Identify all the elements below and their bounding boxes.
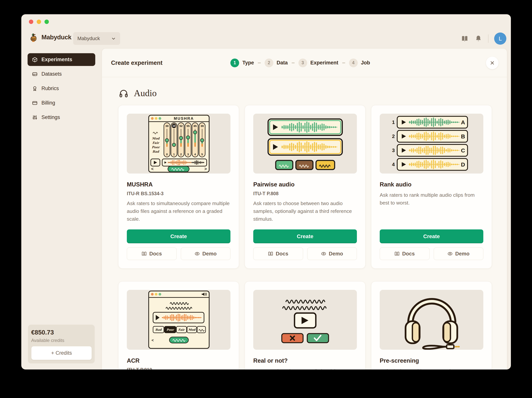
step-divider [258, 63, 261, 63]
section-title: Audio [134, 88, 157, 98]
card-description: Ask raters to rank multiple audio clips … [380, 191, 483, 207]
pre-screening-illustration [380, 290, 483, 350]
step-label: Job [361, 60, 370, 66]
card-pairwise-audio: Pairwise audio ITU-T P.808 Ask raters to… [245, 105, 365, 269]
book-icon [141, 251, 147, 256]
eye-icon [321, 251, 326, 256]
docs-book-icon[interactable] [461, 35, 469, 43]
card-description: For example, ask raters to distinguish [253, 367, 357, 369]
close-icon [490, 60, 495, 66]
docs-button[interactable]: Docs [127, 247, 177, 260]
svg-text:Mod: Mod [152, 137, 160, 140]
demo-button[interactable]: Demo [307, 247, 357, 260]
svg-text:3: 3 [392, 147, 395, 153]
svg-text:Poor: Poor [167, 328, 175, 331]
step-number: 1 [230, 58, 239, 67]
sidebar-item-rubrics[interactable]: Rubrics [28, 82, 95, 95]
close-wizard-button[interactable] [486, 57, 499, 69]
app-title: Mabyduck [41, 34, 71, 41]
step-job[interactable]: 4 Job [349, 58, 370, 67]
card-title: ACR [127, 357, 230, 364]
app-window: Mabyduck 0.7.3 Mabyduck L [21, 14, 511, 369]
sidebar-item-experiments[interactable]: Experiments [28, 53, 95, 66]
accept-button [307, 334, 329, 343]
card-subtitle: ITU-T P.910 [127, 367, 230, 369]
card-title: Pre-screening [380, 357, 483, 364]
sidebar-item-label: Datasets [41, 71, 62, 77]
create-button[interactable]: Create [380, 229, 483, 243]
rank-illustration: 1 2 3 4 [380, 114, 483, 174]
sidebar-item-settings[interactable]: Settings [28, 111, 95, 124]
demo-button[interactable]: Demo [181, 247, 231, 260]
chevron-down-icon [111, 36, 116, 41]
card-pre-screening: Pre-screening Mabyduck uses this pre-scr… [371, 281, 492, 369]
step-type[interactable]: 1 Type [230, 58, 254, 67]
create-button[interactable]: Create [127, 229, 230, 243]
audio-jack [447, 345, 454, 349]
sidebar: Experiments Datasets Rubrics Billing [28, 53, 95, 124]
svg-text:10: 10 [172, 124, 176, 127]
svg-text:5: 5 [201, 153, 203, 156]
credits-label: Available credits [31, 338, 92, 343]
sidebar-item-billing[interactable]: Billing [28, 96, 95, 109]
wizard-stepper: 1 Type 2 Data 3 Experiment 4 Job [230, 58, 370, 67]
sidebar-item-datasets[interactable]: Datasets [28, 68, 95, 80]
step-experiment[interactable]: 3 Experiment [298, 58, 338, 67]
step-label: Data [277, 60, 288, 66]
svg-text:39: 39 [165, 124, 169, 127]
wizard-content: Audio MUSHRA Mod Fair [102, 77, 507, 369]
add-credits-button[interactable]: + Credits [31, 346, 92, 360]
svg-text:39: 39 [201, 124, 204, 127]
svg-text:Bad: Bad [155, 328, 162, 331]
svg-text:1: 1 [392, 119, 395, 125]
zoom-window-icon[interactable] [44, 19, 49, 24]
create-button[interactable]: Create [253, 229, 357, 243]
headphones-icon [119, 88, 128, 98]
svg-text:0: 0 [166, 153, 168, 156]
credits-amount: €850.73 [31, 329, 92, 336]
wizard-header: Create experiment 1 Type 2 Data 3 Experi… [102, 49, 507, 77]
acr-illustration: Bad Poor Fair Mod < [127, 290, 230, 350]
svg-text:C: C [461, 147, 465, 154]
card-secondary-actions: Docs Demo [127, 247, 230, 260]
step-divider [291, 63, 295, 63]
eye-icon [195, 251, 200, 256]
svg-text:D: D [461, 161, 465, 168]
step-divider [342, 63, 345, 63]
experiment-cards-grid: MUSHRA Mod Fair Poor Bad [118, 105, 491, 369]
svg-text:<: < [151, 166, 154, 171]
workspace-selector-value: Mabyduck [77, 36, 100, 41]
step-label: Type [242, 60, 254, 66]
card-rank-audio: 1 2 3 4 [371, 105, 492, 269]
svg-text:55: 55 [187, 124, 190, 127]
card-secondary-actions: Docs Demo [253, 247, 357, 260]
sidebar-item-label: Settings [41, 114, 60, 120]
notifications-bell-icon[interactable] [474, 35, 482, 43]
close-window-icon[interactable] [29, 19, 33, 24]
book-icon [394, 251, 400, 256]
card-subtitle: ITU-R BS.1534-3 [127, 191, 230, 196]
mushra-window-title: MUSHRA [174, 116, 194, 120]
card-description: Mabyduck uses this pre-screening test to [380, 367, 483, 369]
eye-icon [447, 251, 453, 256]
book-icon [268, 251, 273, 256]
page-title: Create experiment [111, 59, 163, 66]
svg-text:85: 85 [194, 124, 197, 127]
create-experiment-panel: Create experiment 1 Type 2 Data 3 Experi… [102, 49, 507, 369]
card-title: Rank audio [380, 181, 483, 188]
minimize-window-icon[interactable] [37, 19, 41, 24]
card-real-or-not: Real or not? For example, ask raters to … [245, 281, 365, 369]
docs-button[interactable]: Docs [253, 247, 303, 260]
svg-text:4: 4 [392, 162, 395, 167]
user-avatar[interactable]: L [494, 32, 506, 45]
card-title: Pairwise audio [253, 181, 357, 188]
svg-text:Mod: Mod [188, 328, 196, 331]
demo-button[interactable]: Demo [434, 247, 483, 260]
pairwise-illustration [253, 114, 357, 174]
docs-button[interactable]: Docs [380, 247, 430, 260]
workspace-selector[interactable]: Mabyduck [73, 32, 120, 45]
svg-text:B: B [461, 133, 465, 139]
svg-text:A: A [461, 119, 465, 126]
mushra-illustration: MUSHRA Mod Fair Poor Bad [127, 114, 230, 174]
step-data[interactable]: 2 Data [265, 58, 288, 67]
